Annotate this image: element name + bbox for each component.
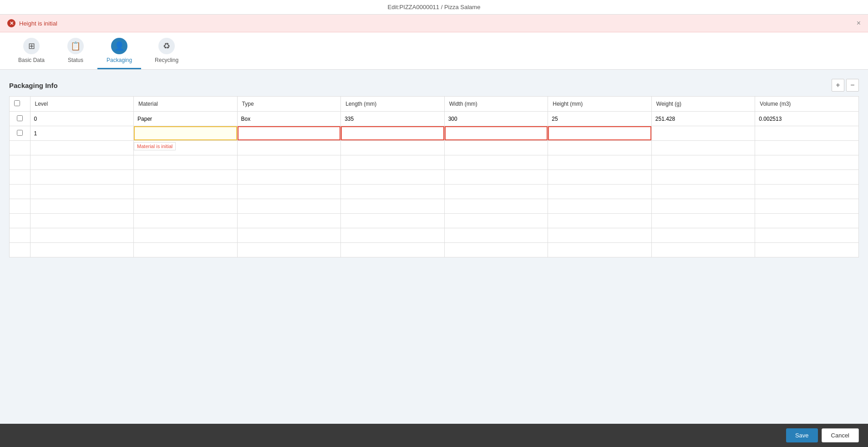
recycling-icon: ♻: [158, 38, 175, 54]
row-1-checkbox[interactable]: [17, 130, 23, 136]
row-0-length-cell: [341, 112, 445, 126]
row-1-volume-cell: [755, 126, 859, 141]
header-width: Width (mm): [444, 97, 548, 112]
table-row: [10, 185, 859, 199]
row-0-volume-input[interactable]: [755, 112, 858, 126]
header-level: Level: [30, 97, 134, 112]
header-material: Material: [134, 97, 238, 112]
header-volume: Volume (m3): [755, 97, 859, 112]
footer: Save Cancel: [0, 424, 868, 435]
save-button[interactable]: Save: [786, 428, 818, 435]
packaging-icon: 👤: [111, 38, 127, 54]
row-1-material-cell: Material is initial: [134, 126, 238, 141]
title-bar: Edit:PIZZA0000011 / Pizza Salame: [0, 0, 868, 15]
error-bar: ✕ Height is initial ×: [0, 15, 868, 32]
add-row-button[interactable]: +: [832, 79, 844, 92]
cancel-button[interactable]: Cancel: [822, 428, 859, 435]
row-0-weight-input[interactable]: [652, 112, 755, 126]
basic-data-icon: ⊞: [23, 38, 40, 54]
navigation-tabs: ⊞ Basic Data 📋 Status 👤 Packaging ♻ Recy…: [0, 32, 868, 70]
row-0-type-input[interactable]: [238, 112, 341, 126]
error-message: Height is initial: [19, 20, 57, 27]
remove-row-button[interactable]: −: [846, 79, 859, 92]
row-0-material-cell: [134, 112, 238, 126]
tab-status[interactable]: 📋 Status: [58, 32, 93, 69]
section-actions: + −: [832, 79, 859, 92]
row-0-width-cell: [444, 112, 548, 126]
row-1-height-cell: [548, 126, 652, 141]
error-content: ✕ Height is initial: [7, 19, 57, 27]
row-1-weight-cell: [651, 126, 755, 141]
row-1-weight-input[interactable]: [652, 126, 755, 140]
row-1-level-input[interactable]: [30, 126, 134, 140]
tab-recycling-label: Recycling: [155, 57, 178, 63]
error-icon: ✕: [7, 19, 15, 27]
row-1-material-input[interactable]: [134, 126, 237, 140]
row-1-width-input[interactable]: [445, 126, 548, 140]
packaging-table: Level Material Type Length (mm) Width (m…: [9, 96, 859, 257]
tab-basic-data-label: Basic Data: [18, 57, 45, 63]
page-title: Edit:PIZZA0000011 / Pizza Salame: [388, 4, 481, 10]
row-1-volume-input[interactable]: [755, 126, 858, 140]
tab-status-label: Status: [68, 57, 83, 63]
row-0-height-cell: [548, 112, 652, 126]
table-row: [10, 155, 859, 170]
section-header: Packaging Info + −: [9, 79, 859, 92]
header-weight: Weight (g): [651, 97, 755, 112]
row-0-level-cell: [30, 112, 134, 126]
header-type: Type: [237, 97, 341, 112]
row-0-type-cell: [237, 112, 341, 126]
row-1-length-cell: [341, 126, 445, 141]
header-height: Height (mm): [548, 97, 652, 112]
row-1-height-input[interactable]: [548, 126, 651, 140]
table-row: [10, 228, 859, 243]
tab-recycling[interactable]: ♻ Recycling: [146, 32, 188, 69]
tab-packaging[interactable]: 👤 Packaging: [97, 32, 141, 69]
row-0-checkbox[interactable]: [17, 115, 23, 121]
row-0-length-input[interactable]: [341, 112, 444, 126]
row-0-height-input[interactable]: [548, 112, 651, 126]
table-row: [10, 170, 859, 185]
tab-basic-data[interactable]: ⊞ Basic Data: [9, 32, 54, 69]
main-content: Packaging Info + − Level Material Type L…: [0, 70, 868, 435]
error-close-button[interactable]: ×: [857, 19, 861, 27]
row-1-level-cell: [30, 126, 134, 141]
row-1-length-input[interactable]: [341, 126, 444, 140]
header-length: Length (mm): [341, 97, 445, 112]
table-row: Material is initial: [10, 126, 859, 141]
row-0-width-input[interactable]: [445, 112, 548, 126]
select-all-checkbox[interactable]: [14, 100, 20, 106]
row-1-type-input[interactable]: [238, 126, 341, 140]
header-checkbox: [10, 97, 30, 112]
table-header-row: Level Material Type Length (mm) Width (m…: [10, 97, 859, 112]
material-error-tooltip: Material is initial: [134, 142, 176, 150]
table-row: [10, 214, 859, 228]
table-row: [10, 243, 859, 257]
row-0-material-input[interactable]: [134, 112, 237, 126]
row-0-checkbox-cell: [10, 112, 30, 126]
row-0-level-input[interactable]: [30, 112, 134, 126]
row-0-weight-cell: [651, 112, 755, 126]
section-title: Packaging Info: [9, 82, 58, 89]
row-1-width-cell: [444, 126, 548, 141]
table-row: [10, 112, 859, 126]
row-1-type-cell: [237, 126, 341, 141]
status-icon: 📋: [67, 38, 84, 54]
row-0-volume-cell: [755, 112, 859, 126]
tab-packaging-label: Packaging: [107, 57, 132, 63]
row-1-checkbox-cell: [10, 126, 30, 141]
table-row: [10, 199, 859, 214]
